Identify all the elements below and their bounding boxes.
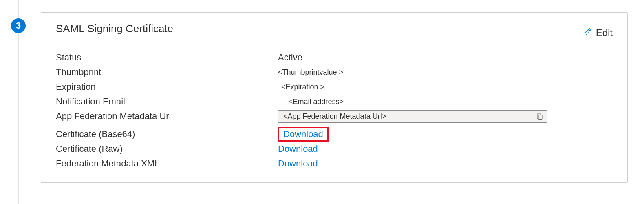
thumbprint-value: <Thumbprintvalue > <box>278 68 343 77</box>
metadata-xml-row: Federation Metadata XML Download <box>56 156 613 171</box>
expiration-label: Expiration <box>56 82 278 92</box>
metadata-url-value: <App Federation Metadata Url> <box>283 112 386 121</box>
notification-email-row: Notification Email <Email address> <box>56 94 613 109</box>
status-row: Status Active <box>56 50 613 65</box>
cert-base64-download-link[interactable]: Download <box>278 127 329 142</box>
metadata-url-label: App Federation Metadata Url <box>56 111 278 122</box>
saml-certificate-card: SAML Signing Certificate Edit Status Act… <box>41 12 628 183</box>
metadata-xml-download-link[interactable]: Download <box>278 158 318 169</box>
step-number-badge: 3 <box>11 18 26 33</box>
notification-email-value: <Email address> <box>278 98 344 106</box>
cert-base64-row: Certificate (Base64) Download <box>56 127 613 142</box>
edit-label: Edit <box>596 27 613 39</box>
metadata-xml-label: Federation Metadata XML <box>56 158 278 169</box>
svg-rect-0 <box>538 115 542 120</box>
card-header: SAML Signing Certificate Edit <box>56 22 613 39</box>
expiration-value: <Expiration > <box>278 83 324 91</box>
status-label: Status <box>56 52 278 63</box>
metadata-url-box: <App Federation Metadata Url> <box>278 110 547 123</box>
cert-raw-download-link[interactable]: Download <box>278 144 318 154</box>
notification-email-label: Notification Email <box>56 96 278 107</box>
edit-button[interactable]: Edit <box>583 27 613 39</box>
metadata-url-row: App Federation Metadata Url <App Federat… <box>56 109 613 124</box>
copy-icon[interactable] <box>536 113 543 120</box>
cert-base64-label: Certificate (Base64) <box>56 129 278 140</box>
step-number: 3 <box>16 20 21 31</box>
cert-raw-label: Certificate (Raw) <box>56 144 278 154</box>
thumbprint-label: Thumbprint <box>56 67 278 78</box>
pencil-icon <box>583 27 592 39</box>
expiration-row: Expiration <Expiration > <box>56 80 613 94</box>
thumbprint-row: Thumbprint <Thumbprintvalue > <box>56 65 613 80</box>
cert-raw-row: Certificate (Raw) Download <box>56 142 613 156</box>
status-value: Active <box>278 52 302 63</box>
card-title: SAML Signing Certificate <box>56 22 173 35</box>
